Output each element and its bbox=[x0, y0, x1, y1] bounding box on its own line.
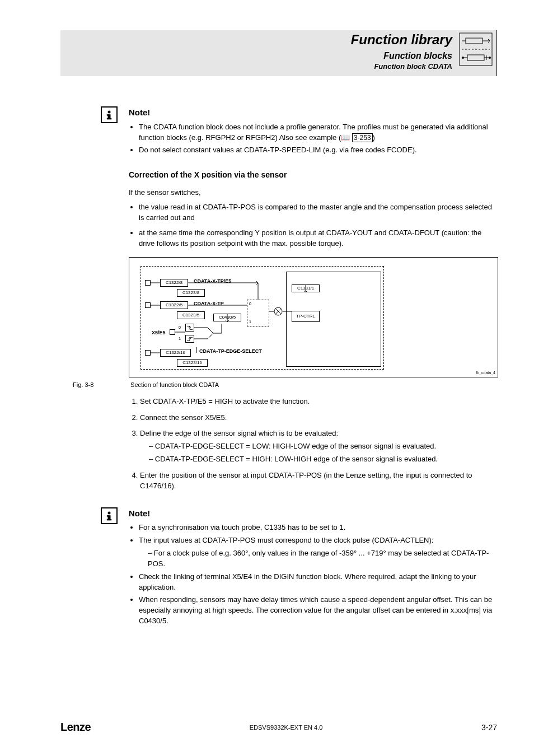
note-item: For a synchronisation via touch probe, C… bbox=[139, 522, 498, 533]
svg-point-10 bbox=[489, 57, 491, 59]
note-list: The CDATA function block does not includ… bbox=[129, 122, 498, 156]
note-item: The CDATA function block does not includ… bbox=[139, 122, 498, 143]
sensor-bullets: the value read in at CDATA-TP-POS is com… bbox=[129, 202, 498, 249]
header-subtitle-1: Function blocks bbox=[60, 51, 452, 61]
svg-line-32 bbox=[208, 328, 213, 333]
svg-line-33 bbox=[208, 333, 213, 339]
info-icon bbox=[101, 106, 118, 123]
note-list: For a synchronisation via touch probe, C… bbox=[129, 522, 498, 627]
figure-caption-text: Section of function block CDATA bbox=[130, 381, 219, 388]
svg-rect-2 bbox=[466, 38, 483, 44]
svg-rect-39 bbox=[107, 519, 111, 520]
svg-point-11 bbox=[108, 111, 111, 114]
note-item: When responding, sensors may have delay … bbox=[139, 595, 498, 627]
figure-number: Fig. 3-8 bbox=[73, 381, 129, 390]
list-item: the value read in at CDATA-TP-POS is com… bbox=[139, 202, 498, 223]
section-heading: Correction of the X position via the sen… bbox=[129, 169, 498, 180]
lenze-logo: Lenze bbox=[60, 721, 91, 734]
doc-id: EDSVS9332K-EXT EN 4.0 bbox=[250, 724, 323, 731]
cross-ref-link[interactable]: 3-253 bbox=[352, 133, 373, 142]
diagram-ref: fb_cdata_4 bbox=[476, 370, 495, 376]
diagram-wires bbox=[129, 258, 499, 378]
note-item: Do not select constant values at CDATA-T… bbox=[139, 145, 498, 156]
step-item: Set CDATA-X-TP/E5 = HIGH to activate the… bbox=[140, 396, 498, 407]
page-number: 3-27 bbox=[481, 723, 497, 732]
svg-rect-14 bbox=[107, 118, 111, 120]
header-subtitle-2: Function block CDATA bbox=[60, 62, 452, 71]
procedure-steps: Set CDATA-X-TP/E5 = HIGH to activate the… bbox=[129, 396, 498, 492]
figure-caption: Fig. 3-8 Section of function block CDATA bbox=[129, 381, 498, 390]
intro-text: If the sensor switches, bbox=[129, 188, 498, 198]
page-footer: Lenze EDSVS9332K-EXT EN 4.0 3-27 bbox=[60, 721, 497, 734]
step-item: Enter the position of the sensor at inpu… bbox=[140, 470, 498, 492]
header-title: Function library bbox=[60, 32, 452, 48]
note-heading: Note! bbox=[129, 507, 498, 520]
svg-rect-13 bbox=[107, 114, 109, 116]
page-content: Note! The CDATA function block does not … bbox=[129, 106, 498, 640]
diagram-cdata: C1322/8 CDATA-X-TP/E5 C1323/8 C1322/5 CD… bbox=[129, 257, 498, 377]
step-item: Define the edge of the sensor signal whi… bbox=[140, 428, 498, 465]
note-item: The input values at CDATA-TP-POS must co… bbox=[139, 535, 498, 570]
page-header: Function library Function blocks Functio… bbox=[60, 32, 452, 71]
note-item: Check the linking of terminal X5/E4 in t… bbox=[139, 572, 498, 593]
note-heading: Note! bbox=[129, 106, 498, 119]
function-block-glyph-icon bbox=[459, 32, 493, 66]
list-item: at the same time the corresponding Y pos… bbox=[139, 228, 498, 249]
info-icon bbox=[101, 507, 118, 524]
svg-point-36 bbox=[108, 511, 111, 514]
sub-item: – For a clock pulse of e.g. 360°, only v… bbox=[148, 548, 498, 570]
note-block-1: Note! The CDATA function block does not … bbox=[129, 106, 498, 158]
step-item: Connect the sensor X5/E5. bbox=[140, 413, 498, 423]
svg-point-5 bbox=[462, 57, 464, 59]
sub-item: – CDATA-TP-EDGE-SELECT = HIGH: LOW-HIGH … bbox=[149, 454, 498, 465]
sub-item: – CDATA-TP-EDGE-SELECT = LOW: HIGH-LOW e… bbox=[149, 441, 498, 452]
svg-rect-7 bbox=[467, 55, 484, 60]
svg-rect-38 bbox=[107, 515, 109, 517]
note-block-2: Note! For a synchronisation via touch pr… bbox=[129, 507, 498, 629]
